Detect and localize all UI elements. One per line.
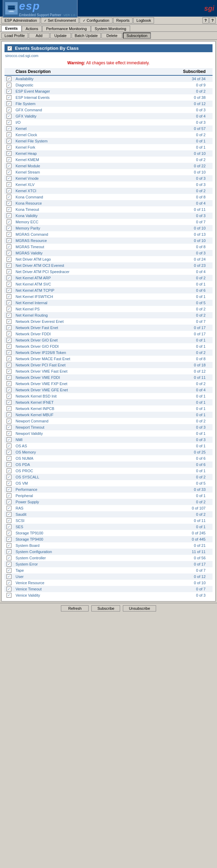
event-class-name[interactable]: Kernel Module bbox=[16, 164, 40, 168]
event-class-name[interactable]: ESP Internal Events bbox=[16, 95, 49, 100]
event-class-name[interactable]: Kernel Heap bbox=[16, 151, 37, 156]
event-class-name[interactable]: Net Kernel ATM TCPIP bbox=[16, 288, 54, 292]
row-checkbox[interactable]: ✓ bbox=[7, 531, 11, 535]
event-class-name[interactable]: SCSI bbox=[16, 519, 25, 523]
event-class-name[interactable]: Net Kernel IFSWTICH bbox=[16, 295, 53, 299]
event-class-name[interactable]: File System bbox=[16, 102, 35, 106]
row-checkbox[interactable]: ✓ bbox=[7, 176, 11, 181]
event-class-name[interactable]: Kernel File System bbox=[16, 139, 47, 143]
event-class-name[interactable]: Network Driver IP226/8 Token bbox=[16, 351, 66, 355]
event-class-name[interactable]: Network Kernel BSD Init bbox=[16, 394, 57, 398]
row-checkbox[interactable]: ✓ bbox=[7, 400, 11, 405]
row-checkbox[interactable]: ✓ bbox=[7, 556, 11, 560]
row-checkbox[interactable]: ✓ bbox=[7, 257, 11, 262]
add-button[interactable]: Add bbox=[29, 33, 49, 38]
event-class-name[interactable]: Performance bbox=[16, 487, 37, 492]
event-class-name[interactable]: System Controller bbox=[16, 556, 46, 560]
row-checkbox[interactable]: ✓ bbox=[7, 132, 11, 137]
row-checkbox[interactable]: ✓ bbox=[7, 276, 11, 280]
row-checkbox[interactable]: ✓ bbox=[7, 251, 11, 255]
event-class-name[interactable]: Peripheral bbox=[16, 494, 33, 498]
row-checkbox[interactable]: ✓ bbox=[7, 213, 11, 218]
row-checkbox[interactable]: ✓ bbox=[7, 282, 11, 287]
event-class-name[interactable]: RAS bbox=[16, 506, 24, 510]
menu-esp-admin[interactable]: ESP Administration bbox=[1, 17, 40, 24]
event-class-name[interactable]: Network Driver VME Fast Enet bbox=[16, 369, 67, 373]
event-class-name[interactable]: Net Driver ATM PCI Speedracer bbox=[16, 270, 70, 274]
event-class-name[interactable]: Memory Parity bbox=[16, 226, 40, 230]
event-class-name[interactable]: Newport Validity bbox=[16, 431, 43, 436]
event-class-name[interactable]: Newport Timeout bbox=[16, 425, 44, 429]
row-checkbox[interactable]: ✓ bbox=[7, 431, 11, 436]
event-class-name[interactable]: OS VM bbox=[16, 481, 28, 485]
row-checkbox[interactable]: ✓ bbox=[7, 344, 11, 349]
unsubscribe-button[interactable]: Unsubscribe bbox=[123, 605, 156, 612]
event-class-name[interactable]: Net Kernel Routing bbox=[16, 313, 48, 317]
row-checkbox[interactable]: ✓ bbox=[7, 126, 11, 131]
row-checkbox[interactable]: ✓ bbox=[7, 207, 11, 212]
event-class-name[interactable]: System Board bbox=[16, 543, 39, 548]
event-class-name[interactable]: MGRAS Validity bbox=[16, 251, 43, 255]
row-checkbox[interactable]: ✓ bbox=[7, 313, 11, 318]
event-class-name[interactable]: Kernel XTCI bbox=[16, 189, 36, 193]
row-checkbox[interactable]: ✓ bbox=[7, 468, 11, 473]
row-checkbox[interactable]: ✓ bbox=[7, 481, 11, 486]
event-class-name[interactable]: OS AS bbox=[16, 444, 27, 448]
row-checkbox[interactable]: ✓ bbox=[7, 412, 11, 417]
row-checkbox[interactable]: ✓ bbox=[7, 139, 11, 143]
event-class-name[interactable]: Tape bbox=[16, 568, 24, 572]
event-class-name[interactable]: OS PDA bbox=[16, 463, 30, 467]
event-class-name[interactable]: Net Kernel PS bbox=[16, 307, 40, 311]
event-class-name[interactable]: Venice Resource bbox=[16, 581, 44, 585]
event-class-name[interactable]: Diagnostic bbox=[16, 83, 33, 87]
event-class-name[interactable]: Network Driver MACE Fast Enet bbox=[16, 357, 70, 361]
row-checkbox[interactable]: ✓ bbox=[7, 512, 11, 517]
event-class-name[interactable]: Kona Resource bbox=[16, 201, 42, 205]
tab-performance-monitoring[interactable]: Performance Monitoring bbox=[42, 26, 90, 31]
row-checkbox[interactable]: ✓ bbox=[7, 419, 11, 423]
event-class-name[interactable]: Power Supply bbox=[16, 500, 39, 504]
row-checkbox[interactable]: ✓ bbox=[7, 89, 11, 94]
row-checkbox[interactable]: ✓ bbox=[7, 587, 11, 591]
event-class-name[interactable]: MGRAS Timeout bbox=[16, 245, 44, 249]
event-class-name[interactable]: Kernel KMEM bbox=[16, 158, 39, 162]
row-checkbox[interactable]: ✓ bbox=[7, 350, 11, 355]
row-checkbox[interactable]: ✓ bbox=[7, 338, 11, 343]
event-class-name[interactable]: ESP Event Manager bbox=[16, 89, 50, 93]
row-checkbox[interactable]: ✓ bbox=[7, 394, 11, 399]
event-class-name[interactable]: Network Driver PCI Fast Enet bbox=[16, 363, 65, 367]
event-class-name[interactable]: Network Driver GIO Enet bbox=[16, 338, 58, 342]
event-class-name[interactable]: Kona Command bbox=[16, 195, 43, 199]
row-checkbox[interactable]: ✓ bbox=[7, 506, 11, 511]
event-class-name[interactable]: Storage TP9100 bbox=[16, 531, 43, 535]
row-checkbox[interactable]: ✓ bbox=[7, 369, 11, 374]
row-checkbox[interactable]: ✓ bbox=[7, 288, 11, 293]
event-class-name[interactable]: Net Driver ATM OC3 Everest bbox=[16, 263, 64, 268]
update-button[interactable]: Update bbox=[50, 33, 71, 38]
event-class-name[interactable]: OS Memory bbox=[16, 450, 36, 454]
event-class-name[interactable]: I/O bbox=[16, 120, 21, 124]
subscribe-button[interactable]: Subscribe bbox=[91, 605, 120, 612]
event-class-name[interactable]: Kernel Fork bbox=[16, 145, 35, 149]
row-checkbox[interactable]: ✓ bbox=[7, 157, 11, 162]
row-checkbox[interactable]: ✓ bbox=[7, 574, 11, 579]
event-class-name[interactable]: Venice Validity bbox=[16, 593, 40, 597]
delete-button[interactable]: Delete bbox=[101, 33, 122, 38]
row-checkbox[interactable]: ✓ bbox=[7, 381, 11, 386]
event-class-name[interactable]: MGRAS Resource bbox=[16, 239, 47, 243]
event-class-name[interactable]: Kernel Clock bbox=[16, 133, 37, 137]
tab-events[interactable]: Events bbox=[1, 25, 21, 31]
row-checkbox[interactable]: ✓ bbox=[7, 188, 11, 193]
row-checkbox[interactable]: ✓ bbox=[7, 524, 11, 529]
tab-actions[interactable]: Actions bbox=[22, 26, 42, 31]
event-class-name[interactable]: System Error bbox=[16, 562, 38, 566]
row-checkbox[interactable]: ✓ bbox=[7, 562, 11, 567]
event-class-name[interactable]: OS NUMA bbox=[16, 456, 33, 460]
row-checkbox[interactable]: ✓ bbox=[7, 114, 11, 119]
row-checkbox[interactable]: ✓ bbox=[7, 375, 11, 380]
event-class-name[interactable]: Kernel Stream bbox=[16, 170, 40, 174]
event-class-name[interactable]: OS PROC bbox=[16, 469, 33, 473]
event-class-name[interactable]: Memory ECC bbox=[16, 220, 38, 224]
row-checkbox[interactable]: ✓ bbox=[7, 108, 11, 112]
event-class-name[interactable]: Availability bbox=[16, 77, 34, 81]
